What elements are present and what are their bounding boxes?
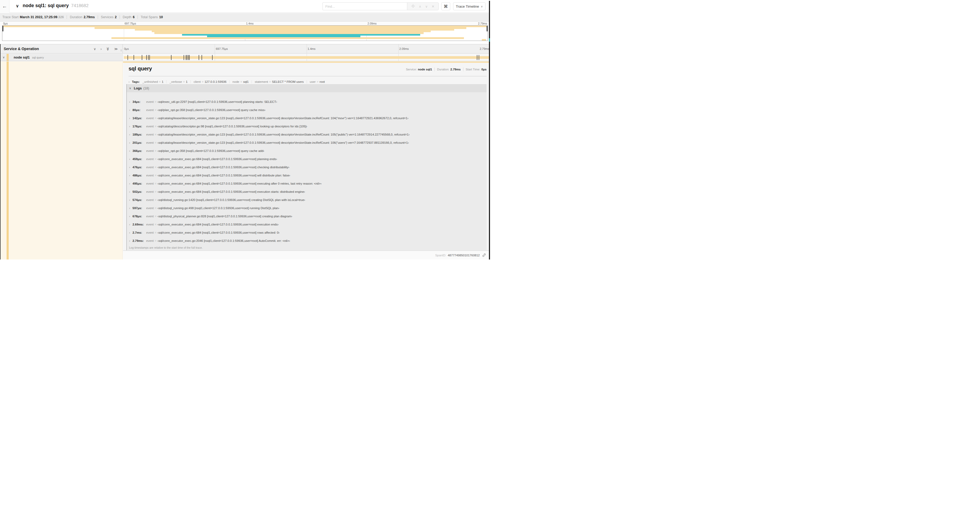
find-input[interactable] xyxy=(323,2,407,10)
chevron-down-icon: ∨ xyxy=(129,86,131,90)
ruler-tick-label: 2.09ms xyxy=(366,22,377,25)
log-entry-row[interactable]: › 80μs: event = ‹sql/plan_opt.go:358 [ns… xyxy=(127,106,487,114)
log-timestamp: 366μs: xyxy=(132,149,145,152)
back-button[interactable]: ← xyxy=(0,0,10,13)
log-entry-row[interactable]: › 574μs: event = ‹sql/distsql_running.go… xyxy=(127,196,487,204)
divider xyxy=(119,15,120,19)
log-entry-row[interactable]: › 2.7ms: event = ‹sql/conn_executor_exec… xyxy=(127,228,487,236)
divider xyxy=(67,15,67,19)
collapse-all-icon[interactable]: ≫ xyxy=(106,47,110,51)
log-key: event xyxy=(146,239,154,242)
log-entry-row[interactable]: › 142μs: event = ‹sql/catalog/lease/desc… xyxy=(127,114,487,122)
trace-title: node sql1: sql query xyxy=(23,3,69,8)
log-key: event xyxy=(146,166,154,169)
tags-accordion[interactable]: › Tags: _unfinished=1_verbose=1client=12… xyxy=(129,79,487,85)
keyboard-shortcuts-button[interactable]: ⌘ xyxy=(441,2,450,10)
chevron-right-icon: › xyxy=(129,231,132,234)
view-selector-label: Trace Timeline xyxy=(456,5,479,8)
divider xyxy=(137,15,138,19)
locate-icon[interactable] xyxy=(411,4,415,8)
log-entry-row[interactable]: › 502μs: event = ‹sql/conn_executor_exec… xyxy=(127,187,487,196)
find-prev-icon[interactable]: ∧ xyxy=(419,5,422,8)
detail-footer-bar: SpanID: 4877749850101760812 xyxy=(123,251,490,260)
log-key: event xyxy=(146,231,154,234)
chevron-right-icon: › xyxy=(129,174,132,177)
equals-sign: = xyxy=(154,141,156,144)
chevron-down-icon: ∨ xyxy=(481,5,483,8)
log-marker-tick xyxy=(199,55,199,60)
log-entry-row[interactable]: › 459μs: event = ‹sql/conn_executor_exec… xyxy=(127,155,487,163)
minimap-span-bar xyxy=(482,39,486,41)
log-key: event xyxy=(146,182,154,185)
log-marker-tick xyxy=(127,55,128,60)
log-entry-row[interactable]: › 2.69ms: event = ‹sql/conn_executor_exe… xyxy=(127,220,487,228)
total-spans-label: Total Spans xyxy=(141,15,158,19)
trace-collapse-toggle[interactable]: ∨ xyxy=(16,3,19,8)
log-entry-row[interactable]: › 366μs: event = ‹sql/plan_opt.go:358 [n… xyxy=(127,147,487,155)
chevron-right-icon: › xyxy=(129,80,130,83)
tag-item: _unfinished=1 xyxy=(143,80,167,83)
spanid-value: 4877749850101760812 xyxy=(448,254,480,257)
log-value: ‹sql/conn_executor_exec.go:684 [nsql1,cl… xyxy=(158,231,280,234)
log-key: event xyxy=(146,149,154,152)
log-entry-row[interactable]: › 476μs: event = ‹sql/conn_executor_exec… xyxy=(127,163,487,171)
log-entry-row[interactable]: › 176μs: event = ‹sql/catalog/descs/desc… xyxy=(127,122,487,130)
log-entry-row[interactable]: › 486μs: event = ‹sql/conn_executor_exec… xyxy=(127,171,487,179)
logs-accordion-header[interactable]: ∨ Logs (18) xyxy=(127,84,487,92)
chevron-right-icon: › xyxy=(129,182,132,185)
service-value: node sql1 xyxy=(418,68,432,71)
view-selector-button[interactable]: Trace Timeline ∨ xyxy=(453,2,485,10)
log-entry-row[interactable]: › 34μs: event = ‹sql/exec_util.go:2297 [… xyxy=(127,97,487,106)
collapse-one-icon[interactable]: ∨ xyxy=(94,47,96,51)
log-value: ‹sql/exec_util.go:2297 [nsql1,client=127… xyxy=(158,100,277,103)
log-entry-row[interactable]: › 201μs: event = ‹sql/catalog/lease/desc… xyxy=(127,139,487,147)
span-operation-name: sql query xyxy=(32,56,44,59)
column-resizer-grip[interactable]: ‖ xyxy=(120,49,122,52)
app-header: ← ∨ node sql1: sql query7418682 ∧ ∨ ✕ ⌘ … xyxy=(0,0,490,13)
find-next-icon[interactable]: ∨ xyxy=(425,5,428,8)
equals-sign: = xyxy=(154,133,156,136)
chevron-down-icon[interactable]: ∨ xyxy=(3,56,5,59)
logs-accordion: ∨ Logs (18) › 34μs: event = ‹sql/exec_ut… xyxy=(126,84,487,250)
span-row-name-column[interactable]: ∨ node sql1 sql query xyxy=(0,54,123,61)
chevron-right-icon: › xyxy=(129,149,132,152)
log-entry-row[interactable]: › 495μs: event = ‹sql/conn_executor_exec… xyxy=(127,179,487,187)
log-timestamp: 80μs: xyxy=(132,109,145,112)
ruler-tick-label: 1.4ms xyxy=(307,47,316,50)
chevron-right-icon: › xyxy=(129,117,132,120)
ruler-tick-label: 1.4ms xyxy=(245,22,254,25)
detail-left-column xyxy=(0,61,123,260)
minimap-right-scrubber-handle[interactable] xyxy=(487,26,488,31)
log-value: ‹sql/conn_executor_exec.go:684 [nsql1,cl… xyxy=(158,223,279,226)
log-value: ‹sql/conn_executor_exec.go:684 [nsql1,cl… xyxy=(158,182,322,185)
log-value: ‹sql/conn_executor_exec.go:684 [nsql1,cl… xyxy=(158,157,277,161)
minimap-span-bar xyxy=(111,37,464,39)
log-timestamp: 574μs: xyxy=(132,198,145,201)
log-timestamp: 34μs: xyxy=(132,100,145,103)
chevron-right-icon: › xyxy=(129,141,132,144)
minimap-left-scrubber-handle[interactable] xyxy=(2,26,3,31)
span-duration-bar[interactable] xyxy=(124,56,489,59)
find-clear-icon[interactable]: ✕ xyxy=(431,5,434,8)
right-screen-edge-accent xyxy=(489,38,490,42)
timeline-ruler: 0μs697.75μs1.4ms2.09ms2.79ms xyxy=(123,44,490,53)
log-timestamp: 142μs: xyxy=(132,117,145,120)
log-entry-row[interactable]: › 597μs: event = ‹sql/distsql_running.go… xyxy=(127,204,487,212)
span-row[interactable]: ∨ node sql1 sql query xyxy=(0,54,490,61)
span-row-timeline[interactable] xyxy=(123,54,490,61)
chevron-right-icon: › xyxy=(129,166,132,169)
log-entry-row[interactable]: › 678μs: event = ‹sql/distsql_physical_p… xyxy=(127,212,487,220)
trace-id: 7418682 xyxy=(71,3,89,8)
log-entry-row[interactable]: › 2.79ms: event = ‹sql/conn_executor_exe… xyxy=(127,236,487,245)
log-entry-row[interactable]: › 189μs: event = ‹sql/catalog/lease/desc… xyxy=(127,130,487,139)
expand-all-icon[interactable]: ≫ xyxy=(114,47,118,51)
chevron-right-icon: › xyxy=(129,125,132,128)
minimap-canvas[interactable] xyxy=(2,25,488,41)
log-timestamp: 2.69ms: xyxy=(132,223,145,226)
log-key: event xyxy=(146,198,154,201)
depth-value: 6 xyxy=(133,15,135,19)
log-timestamp: 2.79ms: xyxy=(132,239,145,242)
expand-one-icon[interactable]: › xyxy=(101,47,102,51)
deep-link-icon[interactable] xyxy=(482,253,486,257)
log-timestamp: 2.7ms: xyxy=(132,231,145,234)
